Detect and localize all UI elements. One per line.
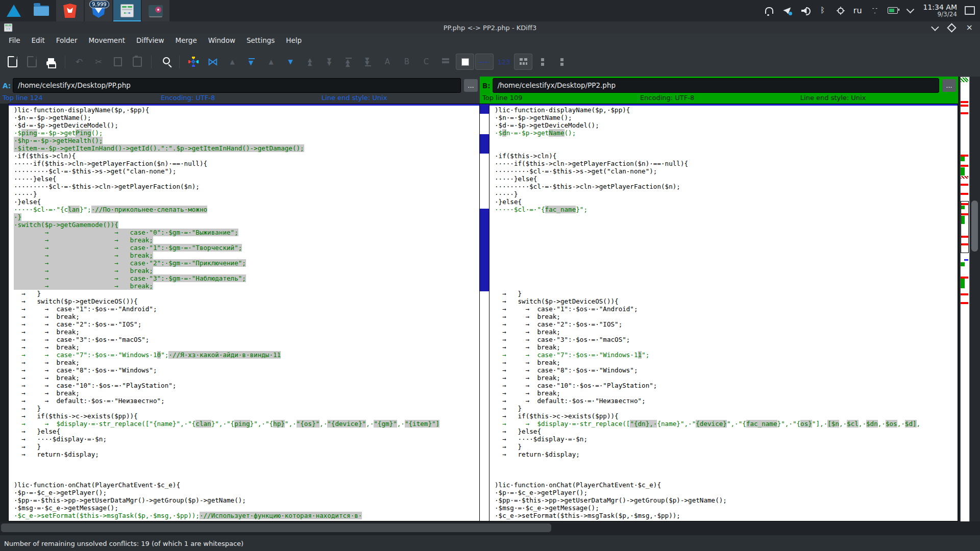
menu-window[interactable]: Window (203, 34, 241, 47)
code-line: → → case·"0":·$gm·=·"Выживание"; (14, 229, 479, 236)
save-button[interactable] (22, 54, 41, 70)
file-manager-launcher[interactable] (28, 0, 55, 21)
code-line: → → case·"1":·$gm·=·"Творческий"; (14, 244, 479, 252)
pane-b-path-input[interactable]: /home/celestifyx/Desktop/PP2.php (493, 78, 939, 93)
prev-diff-button[interactable]: ▲ (262, 54, 280, 70)
pane-b-top-line: Top line 109 (482, 94, 522, 102)
code-line: → → $display·=·str_replace(["{name}",·"{… (14, 420, 479, 428)
print-button[interactable] (42, 54, 60, 70)
open-file-icon (8, 56, 17, 67)
copy-button[interactable] (109, 54, 127, 70)
open-file-button[interactable] (3, 54, 21, 70)
goto-current-delta-button[interactable]: ⋈ (204, 54, 222, 70)
code-line: ·····} (14, 190, 479, 198)
overview-red-mark (961, 165, 968, 167)
code-line: → → break; (14, 236, 479, 244)
next-unsolved-conflict-button[interactable]: ▼▼ (359, 54, 377, 70)
pane-a-top-line: Top line 124 (3, 94, 42, 102)
overview-blue-mark (964, 259, 968, 261)
prev-conflict-button[interactable]: ▲▲ (301, 54, 319, 70)
copy-icon (114, 57, 122, 66)
battery-icon[interactable] (888, 6, 898, 16)
code-line: ·········$cl·=·$this->s->get("clan-none"… (14, 167, 479, 175)
minimize-button[interactable] (931, 23, 939, 31)
next-delta-button[interactable]: ▼ (242, 54, 261, 70)
volume-icon[interactable] (800, 6, 810, 16)
menu-settings[interactable]: Settings (241, 34, 280, 47)
maximize-button[interactable] (947, 23, 956, 32)
clock[interactable]: 11:34 AM 9/3/24 (923, 4, 957, 18)
menu-edit[interactable]: Edit (26, 34, 51, 47)
overview-red-mark (961, 302, 968, 304)
code-line: → → case·"8":·$os·=·"Windows"; (495, 366, 958, 374)
show-line-numbers-button[interactable]: 123 (495, 54, 513, 70)
brightness-icon[interactable] (836, 6, 846, 16)
code-line: ·····$cl·=·"{fac_name}"; (495, 206, 958, 213)
show-whitespace-button[interactable] (456, 54, 474, 70)
prev-delta-button[interactable]: ▲ (223, 54, 241, 70)
menu-help[interactable]: Help (280, 34, 307, 47)
code-line: → → break; (495, 343, 958, 351)
undo-button[interactable]: ↶ (70, 54, 88, 70)
show-desktop-button[interactable] (965, 6, 975, 16)
arch-launcher[interactable] (0, 0, 28, 21)
tray-expand-chevron-icon[interactable] (905, 6, 916, 16)
select-line-c-button[interactable]: C (417, 54, 435, 70)
overview-mode-icon (541, 58, 544, 66)
paste-button[interactable] (128, 54, 146, 70)
prev-unsolved-conflict-button[interactable]: ▲▲ (339, 54, 358, 70)
overview-mode-button[interactable] (533, 54, 552, 70)
code-line (495, 244, 958, 252)
kdiff3-task-active[interactable] (113, 0, 141, 21)
pane-a-path-input[interactable]: /home/celestifyx/Desktop/PP.php (13, 78, 461, 93)
code-line: ·········$cl·=·$this->cln->getPlayerFact… (14, 183, 479, 190)
pane-divider-column (480, 104, 489, 521)
pane-b-code: )lic·function·displayName($p,·$pp){·$n·=… (495, 106, 958, 519)
menu-file[interactable]: File (3, 34, 26, 47)
diff-pane-b[interactable]: )lic·function·displayName($p,·$pp){·$n·=… (489, 104, 958, 521)
telegram-icon[interactable] (782, 6, 792, 16)
kdiff3-desktop: { "taskbar":{"badge":"9,999","keyboard_l… (0, 0, 980, 551)
bluetooth-icon[interactable]: ᛒ (818, 6, 828, 16)
toolbar-overflow-button[interactable] (553, 54, 571, 70)
next-diff-button[interactable]: ▼ (281, 54, 300, 70)
code-line: ·$msg·=·$c_e->getMessage(); (14, 504, 479, 512)
vertical-scrollbar[interactable] (970, 77, 980, 525)
menu-diffview[interactable]: Diffview (131, 34, 170, 47)
menu-movement[interactable]: Movement (83, 34, 131, 47)
reload-diff-button[interactable]: ❖ (184, 54, 203, 70)
overview-red-mark (961, 112, 968, 114)
keyboard-layout-indicator[interactable]: ru (853, 6, 862, 15)
horizontal-scrollbar-thumb[interactable] (1, 523, 551, 532)
overview-green-mark (961, 167, 965, 176)
select-line-b-button[interactable]: B (398, 54, 416, 70)
code-line: → → case·"7":·$os·=·"Windows·11"; (495, 351, 958, 359)
code-line: ·····if($this->cln->getPlayerFaction($n)… (495, 160, 958, 167)
spectacle-task[interactable] (142, 0, 169, 21)
horizontal-scrollbar[interactable] (0, 521, 980, 535)
close-button[interactable]: × (966, 23, 973, 32)
wifi-icon[interactable] (870, 6, 880, 16)
menu-folder[interactable]: Folder (51, 34, 83, 47)
notifications-bell-icon[interactable] (764, 6, 774, 16)
word-wrap-button[interactable] (514, 54, 532, 70)
next-conflict-button[interactable]: ▼▼ (320, 54, 338, 70)
pane-a-browse-button[interactable]: ... (464, 79, 478, 92)
window-titlebar[interactable]: PP.php <-> PP2.php - KDiff3 × (0, 21, 980, 34)
window-controls: × (932, 23, 980, 32)
shield-app-task[interactable]: 9,999 (85, 0, 112, 21)
vertical-scrollbar-thumb[interactable] (971, 201, 978, 252)
code-line: → → case·"8":·$os·=·"Windows"; (14, 366, 479, 374)
overview-green-mark (961, 157, 965, 161)
brave-icon (63, 4, 77, 18)
cut-button[interactable]: ✂ (89, 54, 108, 70)
find-button[interactable] (156, 54, 175, 70)
pane-b-browse-button[interactable]: ... (942, 79, 956, 92)
brave-task[interactable] (56, 0, 84, 21)
diff-overview-column[interactable] (960, 77, 970, 527)
show-whitespace-chars-button[interactable]: --- (475, 54, 494, 70)
diff-pane-a[interactable]: )lic·function·displayName($p,·$pp){·$n·=… (8, 104, 480, 521)
split-view-button[interactable] (436, 54, 455, 70)
select-line-a-button[interactable]: A (378, 54, 397, 70)
menu-merge[interactable]: Merge (170, 34, 203, 47)
